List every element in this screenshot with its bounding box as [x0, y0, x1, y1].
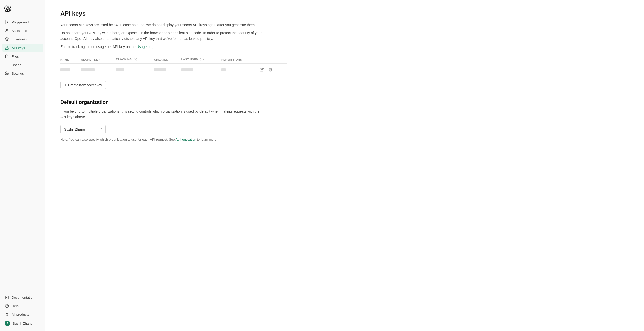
cell-secret-key — [81, 63, 116, 76]
sidebar-item-label: Help — [12, 304, 19, 308]
col-secret-key: SECRET KEY — [81, 56, 116, 64]
api-keys-table: NAME SECRET KEY TRACKING i CREATED LAST … — [60, 56, 287, 76]
documentation-icon — [5, 295, 9, 300]
svg-point-10 — [6, 313, 7, 314]
sidebar-item-usage[interactable]: Usage — [2, 61, 43, 69]
sidebar-item-label: Assistants — [12, 29, 27, 33]
sidebar-item-documentation[interactable]: Documentation — [2, 293, 43, 301]
usage-page-link[interactable]: Usage page — [137, 45, 156, 49]
cell-permissions — [221, 63, 259, 76]
api-key-created — [154, 68, 166, 71]
cell-name — [60, 63, 81, 76]
help-icon — [5, 304, 9, 308]
last-used-info-icon: i — [200, 58, 204, 61]
page-title: API keys — [60, 10, 629, 17]
svg-point-6 — [6, 73, 7, 74]
note-prefix: Note: You can also specify which organiz… — [60, 138, 175, 141]
openai-logo-icon — [4, 5, 11, 12]
sidebar-item-label: Documentation — [12, 296, 34, 299]
cell-created — [154, 63, 181, 76]
sidebar-bottom: Documentation Help All products Z Suzhi_… — [0, 293, 45, 328]
sidebar-item-label: API keys — [12, 46, 25, 50]
note-text: Note: You can also specify which organiz… — [60, 138, 236, 141]
svg-point-12 — [6, 315, 7, 315]
col-permissions: PERMISSIONS — [221, 56, 259, 64]
table-row — [60, 63, 287, 76]
default-org-title: Default organization — [60, 99, 629, 105]
row-actions — [259, 67, 284, 73]
authentication-link[interactable]: Authentication — [175, 138, 196, 141]
tracking-info-icon: i — [134, 58, 137, 61]
delete-key-button[interactable] — [267, 67, 273, 73]
cell-actions — [259, 63, 287, 76]
sidebar-username: Suzhi_Zhang — [13, 322, 33, 325]
col-actions — [259, 56, 287, 64]
api-key-tracking — [116, 68, 124, 71]
api-key-name — [60, 68, 70, 71]
sidebar-item-files[interactable]: Files — [2, 52, 43, 60]
description-3: Enable tracking to see usage per API key… — [60, 44, 262, 50]
sidebar-item-playground[interactable]: Playground — [2, 18, 43, 26]
sidebar-item-label: Settings — [12, 72, 24, 75]
files-icon — [5, 54, 9, 59]
sidebar-item-label: All products — [12, 313, 29, 316]
sidebar-item-all-products[interactable]: All products — [2, 310, 43, 318]
sidebar-item-assistants[interactable]: Assistants — [2, 27, 43, 35]
col-last-used: LAST USED i — [181, 56, 221, 64]
cell-last-used — [181, 63, 221, 76]
main-content: API keys Your secret API keys are listed… — [45, 0, 644, 331]
create-button-label: Create new secret key — [68, 83, 102, 87]
fine-tuning-icon — [5, 37, 9, 41]
api-keys-icon — [5, 45, 9, 50]
svg-point-11 — [7, 313, 8, 314]
sidebar-item-label: Files — [12, 55, 19, 58]
col-tracking: TRACKING i — [116, 56, 154, 64]
svg-marker-0 — [6, 21, 8, 24]
settings-icon — [5, 71, 9, 76]
create-secret-key-button[interactable]: + Create new secret key — [60, 81, 106, 89]
sidebar-nav: Playground Assistants Fine-tuning — [0, 18, 45, 293]
sidebar-item-label: Fine-tuning — [12, 37, 29, 41]
sidebar-item-label: Playground — [12, 20, 29, 24]
description-3-prefix: Enable tracking to see usage per API key… — [60, 45, 137, 49]
logo — [0, 3, 45, 18]
sidebar: Playground Assistants Fine-tuning — [0, 0, 45, 331]
description-1: Your secret API keys are listed below. P… — [60, 22, 262, 28]
sidebar-item-label: Usage — [12, 63, 21, 67]
usage-icon — [5, 63, 9, 67]
svg-point-1 — [6, 29, 7, 31]
note-suffix: to learn more. — [196, 138, 217, 141]
edit-icon — [260, 68, 264, 72]
svg-point-13 — [7, 315, 8, 315]
description-3-suffix: . — [155, 45, 156, 49]
avatar: Z — [5, 321, 10, 326]
playground-icon — [5, 20, 9, 24]
sidebar-user[interactable]: Z Suzhi_Zhang — [2, 319, 43, 328]
edit-key-button[interactable] — [259, 67, 265, 73]
cell-tracking — [116, 63, 154, 76]
org-select-wrapper: Suzhi_Zhang — [60, 125, 106, 134]
sidebar-item-help[interactable]: Help — [2, 302, 43, 310]
col-name: NAME — [60, 56, 81, 64]
org-select[interactable]: Suzhi_Zhang — [60, 125, 106, 134]
trash-icon — [268, 68, 272, 72]
sidebar-item-fine-tuning[interactable]: Fine-tuning — [2, 35, 43, 43]
api-key-permissions — [221, 68, 226, 71]
sidebar-item-api-keys[interactable]: API keys — [2, 44, 43, 52]
sidebar-item-settings[interactable]: Settings — [2, 69, 43, 77]
all-products-icon — [5, 312, 9, 317]
api-key-last-used — [181, 68, 193, 71]
col-created: CREATED — [154, 56, 181, 64]
description-2: Do not share your API key with others, o… — [60, 30, 262, 41]
default-org-description: If you belong to multiple organizations,… — [60, 109, 262, 120]
api-key-secret — [81, 68, 94, 71]
assistants-icon — [5, 28, 9, 33]
svg-rect-2 — [5, 48, 8, 49]
plus-icon: + — [65, 83, 67, 87]
